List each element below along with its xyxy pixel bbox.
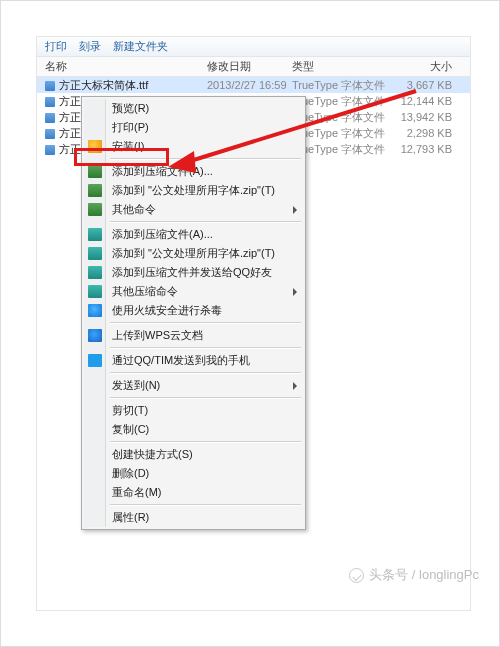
- menu-add-zip2[interactable]: 添加到压缩文件(A)...: [84, 225, 303, 244]
- menu-separator: [110, 372, 301, 374]
- font-file-icon: [45, 97, 55, 107]
- col-date[interactable]: 修改日期: [207, 59, 292, 74]
- column-headers: 名称 修改日期 类型 大小: [37, 57, 470, 77]
- archive-icon: [88, 285, 102, 298]
- col-name[interactable]: 名称: [37, 59, 207, 74]
- menu-cut[interactable]: 剪切(T): [84, 401, 303, 420]
- menu-wps-cloud[interactable]: 上传到WPS云文档: [84, 326, 303, 345]
- font-file-icon: [45, 145, 55, 155]
- menu-rename[interactable]: 重命名(M): [84, 483, 303, 502]
- font-file-icon: [45, 129, 55, 139]
- font-file-icon: [45, 81, 55, 91]
- menu-separator: [110, 441, 301, 443]
- menu-add-zip[interactable]: 添加到压缩文件(A)...: [84, 162, 303, 181]
- file-row[interactable]: 方正大标宋简体.ttf 2013/2/27 16:59 TrueType 字体文…: [37, 77, 470, 93]
- cloud-icon: [88, 329, 102, 342]
- menu-print[interactable]: 打印(P): [84, 118, 303, 137]
- menu-install[interactable]: 安装(I): [84, 137, 303, 156]
- menu-huorong[interactable]: 使用火绒安全进行杀毒: [84, 301, 303, 320]
- menu-separator: [110, 322, 301, 324]
- menu-qq-phone[interactable]: 通过QQ/TIM发送到我的手机: [84, 351, 303, 370]
- archive-icon: [88, 266, 102, 279]
- menu-copy[interactable]: 复制(C): [84, 420, 303, 439]
- menu-preview[interactable]: 预览(R): [84, 99, 303, 118]
- menu-other-zip[interactable]: 其他压缩命令: [84, 282, 303, 301]
- toolbar: 打印 刻录 新建文件夹: [37, 37, 470, 57]
- menu-shortcut[interactable]: 创建快捷方式(S): [84, 445, 303, 464]
- menu-separator: [110, 158, 301, 160]
- menu-separator: [110, 504, 301, 506]
- menu-separator: [110, 347, 301, 349]
- archive-icon: [88, 203, 102, 216]
- menu-add-zip-qq[interactable]: 添加到压缩文件并发送给QQ好友: [84, 263, 303, 282]
- menu-delete[interactable]: 删除(D): [84, 464, 303, 483]
- archive-icon: [88, 165, 102, 178]
- toolbar-new-folder[interactable]: 新建文件夹: [113, 39, 168, 54]
- archive-icon: [88, 228, 102, 241]
- context-menu: 预览(R) 打印(P) 安装(I) 添加到压缩文件(A)... 添加到 "公文处…: [81, 96, 306, 530]
- font-file-icon: [45, 113, 55, 123]
- toutiao-logo-icon: [349, 568, 364, 583]
- qq-icon: [88, 354, 102, 367]
- menu-other-cmd[interactable]: 其他命令: [84, 200, 303, 219]
- menu-send-to[interactable]: 发送到(N): [84, 376, 303, 395]
- col-size[interactable]: 大小: [397, 59, 462, 74]
- menu-separator: [110, 397, 301, 399]
- shield-icon: [88, 140, 102, 153]
- menu-add-zip-named[interactable]: 添加到 "公文处理所用字体.zip"(T): [84, 181, 303, 200]
- archive-icon: [88, 184, 102, 197]
- menu-add-zip-named2[interactable]: 添加到 "公文处理所用字体.zip"(T): [84, 244, 303, 263]
- archive-icon: [88, 247, 102, 260]
- col-type[interactable]: 类型: [292, 59, 397, 74]
- toolbar-burn[interactable]: 刻录: [79, 39, 101, 54]
- menu-properties[interactable]: 属性(R): [84, 508, 303, 527]
- antivirus-icon: [88, 304, 102, 317]
- watermark: 头条号 / longlingPc: [349, 566, 479, 584]
- menu-separator: [110, 221, 301, 223]
- toolbar-print[interactable]: 打印: [45, 39, 67, 54]
